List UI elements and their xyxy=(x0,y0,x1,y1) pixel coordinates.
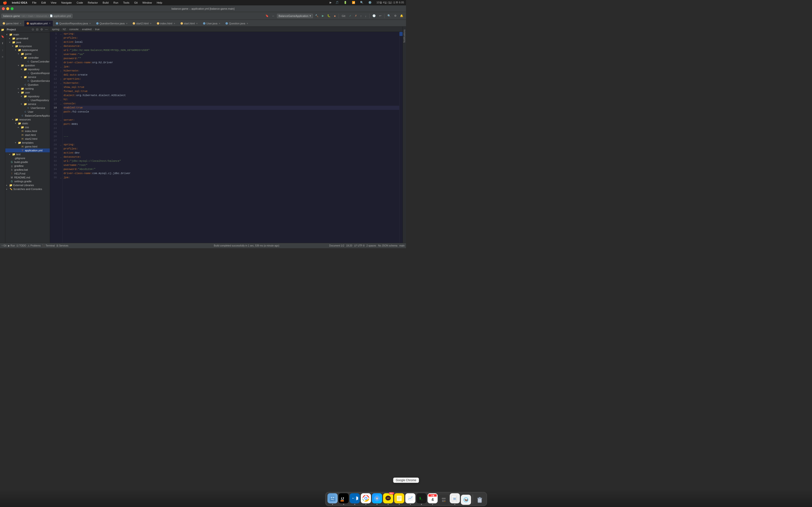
tree-item-static[interactable]: ▾ 📁 static xyxy=(5,121,50,125)
breadcrumb-true[interactable]: true xyxy=(95,28,100,31)
sidebar-close-btn[interactable]: — xyxy=(45,27,48,32)
menu-window[interactable]: Window xyxy=(141,1,153,4)
tab-start[interactable]: start.html × xyxy=(178,20,200,26)
panel-icon-structure[interactable]: ≡ xyxy=(0,55,5,59)
tree-item-start-html[interactable]: ▸ H start.html xyxy=(5,133,50,137)
fold-indicator-28[interactable]: ⌄ xyxy=(59,143,62,147)
breadcrumb-h2[interactable]: h2: xyxy=(63,28,66,31)
status-todo[interactable]: ☑ TODO xyxy=(16,244,26,247)
tree-item-main[interactable]: ▾ 📁 main xyxy=(5,33,50,37)
tree-item-game[interactable]: ▾ 📁 game xyxy=(5,52,50,56)
tree-item-questionservice[interactable]: ▸ C QuestionService xyxy=(5,79,50,83)
panel-icon-project[interactable]: 📁 xyxy=(0,27,5,32)
tab-close-application-yml[interactable]: × xyxy=(49,22,51,24)
status-document[interactable]: Document 1/2 xyxy=(329,244,344,247)
tab-close-questionservice[interactable]: × xyxy=(126,22,128,25)
tree-item-question-class[interactable]: ▸ C Question xyxy=(5,83,50,87)
tree-item-templates[interactable]: ▾ 📁 templates xyxy=(5,141,50,145)
tree-item-balancegameapplication[interactable]: ▸ C BalanceGameApplication xyxy=(5,114,50,118)
status-position[interactable]: 19:20 xyxy=(346,244,352,247)
tree-item-test[interactable]: ▸ 📁 test xyxy=(5,152,50,156)
tab-questionrepository[interactable]: QuestionRepository.java × xyxy=(53,20,94,26)
menu-code[interactable]: Code xyxy=(75,1,84,4)
status-problems[interactable]: ⚠ Problems xyxy=(28,244,41,247)
fold-indicator-9[interactable]: ⌄ xyxy=(59,65,62,69)
tab-close-game-html[interactable]: × xyxy=(20,22,21,25)
tree-item-game-html[interactable]: ▸ H game.html xyxy=(5,145,50,149)
tree-item-settingsgradle[interactable]: ▸ G settings.gradle xyxy=(5,179,50,183)
tree-item-controller[interactable]: ▾ 📁 controller xyxy=(5,56,50,60)
tree-item-user-repository-folder[interactable]: ▾ 📁 repository xyxy=(5,95,50,98)
tree-item-questionrepository[interactable]: ▸ I QuestionRepository xyxy=(5,71,50,75)
stop-button[interactable]: ■ xyxy=(333,14,337,18)
tab-questionservice[interactable]: QuestionService.java × xyxy=(94,20,130,26)
tab-close-user[interactable]: × xyxy=(219,22,220,25)
panel-icon-bookmark[interactable]: 🔖 xyxy=(0,34,5,39)
tree-item-css[interactable]: ▸ 📁 css xyxy=(5,125,50,129)
tree-item-scratches[interactable]: ▸ ✏️ Scratches and Consoles xyxy=(5,187,50,191)
tree-item-userservice[interactable]: ▸ C UserService xyxy=(5,106,50,110)
panel-icon-pull[interactable]: ↕ xyxy=(0,48,5,52)
back-button[interactable]: ← xyxy=(271,14,276,18)
run-config-dropdown[interactable]: BalanceGameApplication ▼ xyxy=(277,14,313,18)
tree-item-user-class[interactable]: ▸ C User xyxy=(5,110,50,114)
tree-item-helpmd[interactable]: ▸ ! HELP.md xyxy=(5,172,50,175)
breadcrumb-enabled[interactable]: enabled: xyxy=(82,28,92,31)
app-menu-intellij[interactable]: IntelliJ IDEA xyxy=(11,1,28,4)
tab-start2[interactable]: start2.html × xyxy=(130,20,154,26)
menu-navigate[interactable]: Navigate xyxy=(60,1,73,4)
menu-tools[interactable]: Tools xyxy=(122,1,131,4)
git-check[interactable]: ✓ xyxy=(348,14,353,18)
search-button[interactable]: 🔍 xyxy=(386,14,392,18)
sidebar-options-btn[interactable]: ⚙ xyxy=(40,27,44,32)
status-services[interactable]: ☰ Services xyxy=(56,244,68,247)
build-button[interactable]: 🔨 xyxy=(314,14,320,18)
tab-close-questionrepository[interactable]: × xyxy=(89,22,91,25)
menu-build[interactable]: Build xyxy=(102,1,109,4)
close-button[interactable] xyxy=(2,7,5,10)
tab-application-yml[interactable]: application.yml × xyxy=(24,20,53,26)
apple-menu[interactable]: 🍎 xyxy=(2,1,8,5)
tree-item-ranking[interactable]: ▸ 📁 ranking xyxy=(5,87,50,91)
tree-item-balancegame[interactable]: ▾ 📁 balancegame xyxy=(5,48,50,52)
breadcrumb-console[interactable]: console: xyxy=(69,28,79,31)
debug-button[interactable]: 🐛 xyxy=(326,14,332,18)
tree-item-user-service-folder[interactable]: ▾ 📁 service xyxy=(5,102,50,106)
breadcrumb-spring[interactable]: spring: xyxy=(52,28,60,31)
tab-close-index[interactable]: × xyxy=(174,22,175,25)
menu-view[interactable]: View xyxy=(50,1,57,4)
tree-item-readmemd[interactable]: ▸ M README.md xyxy=(5,175,50,179)
tab-index[interactable]: index.html × xyxy=(154,20,178,26)
tree-item-question-folder[interactable]: ▾ 📁 question xyxy=(5,63,50,67)
status-run[interactable]: ▶ Run xyxy=(8,244,15,247)
git-pull[interactable]: ↓ xyxy=(364,14,368,18)
tree-item-external-libraries[interactable]: ▸ 📁 External Libraries xyxy=(5,183,50,187)
tree-item-index-html[interactable]: ▸ H index.html xyxy=(5,129,50,133)
project-selector[interactable]: balance-game › src › main › resources › … xyxy=(1,14,72,18)
tab-user[interactable]: User.java × xyxy=(200,20,223,26)
minimize-button[interactable] xyxy=(6,7,9,10)
menu-refactor[interactable]: Refactor xyxy=(87,1,99,4)
git-push[interactable]: ↑ xyxy=(359,14,363,18)
undo-button[interactable]: ↩ xyxy=(378,14,383,18)
tree-item-generated[interactable]: ▸ 📁 generated xyxy=(5,37,50,40)
tree-item-java[interactable]: ▾ 📁 java xyxy=(5,40,50,44)
tree-item-start2-html[interactable]: ▸ H start2.html xyxy=(5,137,50,141)
tree-item-gradlew[interactable]: ▸ g gradlew xyxy=(5,164,50,168)
tab-game-html[interactable]: game.html × xyxy=(0,20,24,26)
bookmark-button[interactable]: 🔖 xyxy=(264,14,270,18)
git-x[interactable]: ✗ xyxy=(354,14,358,18)
menu-help[interactable]: Help xyxy=(156,1,163,4)
tree-item-userrepository[interactable]: ▸ I UserRepository xyxy=(5,98,50,102)
tree-item-gamecontroller[interactable]: ▸ C GameController xyxy=(5,60,50,63)
status-schema[interactable]: No JSON schema xyxy=(378,244,397,247)
menu-run[interactable]: Run xyxy=(112,1,119,4)
tab-close-question[interactable]: × xyxy=(247,22,248,25)
tree-item-repository[interactable]: ▾ 📁 repository xyxy=(5,67,50,71)
history-button[interactable]: 🕐 xyxy=(371,14,377,18)
run-button[interactable]: ▶ xyxy=(321,14,325,18)
status-indent[interactable]: 2 spaces xyxy=(366,244,376,247)
code-editor[interactable]: spring: profiles: active: local datasour… xyxy=(63,32,399,243)
maximize-button[interactable] xyxy=(11,7,13,10)
tree-item-kimyunsoo[interactable]: ▾ 📁 kimyunsoo xyxy=(5,44,50,48)
